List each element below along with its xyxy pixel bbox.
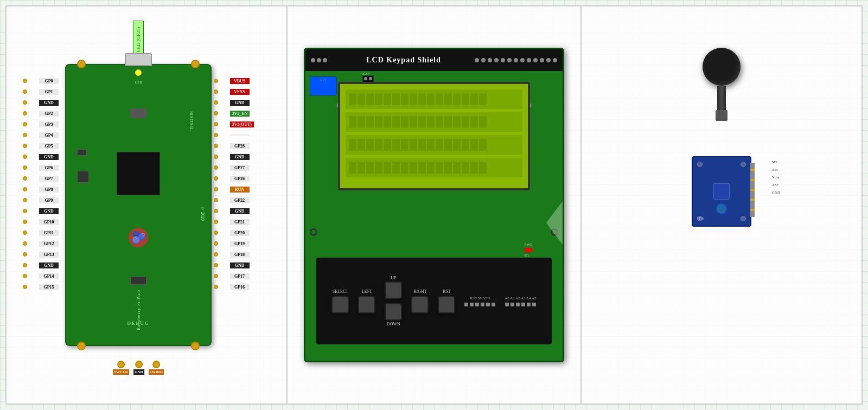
- joystick-neck: [717, 86, 726, 110]
- pin-gp12: GP12 16: [23, 239, 59, 248]
- usb-connector: [125, 53, 152, 66]
- pin-connector-right: [750, 163, 755, 217]
- pin-gp14: GP14 19: [23, 271, 59, 281]
- pin-gp11: GP11 15: [23, 228, 59, 238]
- lcd-screen: [338, 82, 530, 190]
- component-med: [77, 171, 89, 183]
- led-dot: [135, 69, 142, 76]
- pin-gnd13: GND 13: [23, 206, 59, 216]
- pin-gp6: GP6 9: [23, 163, 59, 172]
- pin-gp28: 34 GP28: [214, 141, 254, 151]
- triangle-deco: [546, 201, 563, 245]
- down-button[interactable]: [385, 303, 402, 321]
- pin-gp1: GP1 2: [23, 87, 59, 97]
- pcb-hole-br: [741, 216, 746, 221]
- debug-pads: SWCLK GND SWDIO: [113, 361, 164, 375]
- panel-pico: LED (GP25) USB BOOTSEL: [7, 7, 288, 403]
- rst-button-group: RST: [438, 289, 455, 313]
- select-button-group: SELECT: [331, 289, 349, 313]
- pin-gnd38: 38 GND: [214, 98, 254, 107]
- keypad-area: SELECT LEFT UP DOWN: [316, 258, 552, 344]
- right-button[interactable]: [411, 296, 429, 313]
- pin-gp5: GP5 7: [23, 141, 59, 151]
- left-pin-row: GP0 1 GP1 2 GND 3 GP2: [23, 76, 59, 292]
- component-small: [77, 149, 87, 156]
- pin-gp18: 24 GP18: [214, 249, 254, 259]
- swclk-pad: SWCLK: [113, 361, 129, 375]
- main-container: LED (GP25) USB BOOTSEL: [5, 5, 863, 405]
- gnd-pad: GND: [133, 361, 144, 375]
- pin-gnd18: GND 18: [23, 260, 59, 270]
- pcb-hole-tl: [697, 162, 703, 167]
- up-button[interactable]: [385, 281, 402, 299]
- rpi-logo: 🫐: [125, 217, 152, 249]
- usb-label: USB: [135, 80, 142, 85]
- joystick-base: [703, 48, 741, 121]
- updown-group: UP DOWN: [385, 276, 402, 326]
- pin-35: 35: [214, 130, 254, 140]
- pin-run: 30 RUN: [214, 184, 254, 194]
- joystick-module: HW MS Atn Xout: [667, 113, 776, 297]
- pin-gnd23: 23 GND: [214, 260, 254, 270]
- bottom-circle-right: [191, 342, 200, 350]
- pin-gp15: GP15 20: [23, 282, 59, 292]
- poten-knob: [716, 203, 727, 215]
- rp1-module: RP1: [310, 76, 337, 95]
- pwr-section: PWR R1: [525, 242, 533, 258]
- select-button[interactable]: [331, 296, 349, 313]
- panel-joystick: HW MS Atn Xout: [582, 7, 861, 403]
- pin-gp4: GP4 6: [23, 130, 59, 140]
- right-button-group: RIGHT: [411, 289, 429, 313]
- lcd-top-bar: LCD Keypad Shield: [305, 49, 563, 71]
- joystick-wrapper: HW MS Atn Xout: [640, 97, 803, 313]
- lcd-row-2: [346, 112, 522, 132]
- hw-label: HW: [697, 216, 704, 221]
- pin-gp2: GP2 4: [23, 108, 59, 118]
- pin-gp10: GP10 14: [23, 217, 59, 227]
- led-hole-3: [323, 58, 327, 62]
- stick-mount: [713, 183, 730, 200]
- pin-gp8: GP8 11: [23, 184, 59, 194]
- bootsel-button[interactable]: [130, 108, 146, 118]
- mount-hole-left: [310, 228, 317, 236]
- pico-wrapper: LED (GP25) USB BOOTSEL: [33, 21, 260, 389]
- main-chip: [117, 152, 160, 195]
- top-circle-left: [77, 60, 86, 68]
- analog-pins-group: A0 A1 A2 A3 A4 A5: [505, 296, 536, 306]
- year-text: © 2020: [200, 206, 205, 221]
- panel-lcd: LCD Keypad Shield: [288, 7, 582, 403]
- pin-gp19: 25 GP19: [214, 239, 254, 248]
- rst-pins-group: RST 5V VIN: [464, 296, 495, 306]
- joystick-pcb: HW MS Atn Xout: [692, 156, 751, 227]
- pin-vbus: 40 VBUS: [214, 76, 254, 86]
- swdio-pad: SWDIO: [149, 361, 164, 375]
- bottom-circle-left: [77, 342, 86, 350]
- pin-gp9: GP9 12: [23, 195, 59, 205]
- lcd-row-1: [346, 89, 522, 109]
- component-bot: [130, 277, 146, 285]
- pin-gp13: GP13 17: [23, 249, 59, 259]
- pin-3v3out: 36 3V3(OUT): [214, 119, 254, 129]
- rp1-label: RP1: [310, 77, 336, 82]
- pin-gp27: 32 GP27: [214, 163, 254, 172]
- left-button-group: LEFT: [358, 289, 375, 313]
- joystick-pin-labels: MS Atn Xout AS+ GND: [772, 160, 780, 195]
- pin-3v3en: 37 3V3_EN: [214, 108, 254, 118]
- lcd-row-4: [346, 158, 522, 177]
- joystick-shaft: [716, 110, 727, 121]
- pin-vsys: 39 VSYS: [214, 87, 254, 97]
- pin-gp3: GP3 5: [23, 119, 59, 129]
- rst-button[interactable]: [438, 296, 455, 313]
- icsp-label: ICSP: [362, 72, 369, 75]
- left-button[interactable]: [358, 296, 375, 313]
- lcd-top-pins: [475, 58, 557, 62]
- debug-label: DEBUG: [127, 321, 150, 326]
- pin-gnd8: GND 8: [23, 152, 59, 162]
- joystick-cap[interactable]: [703, 48, 741, 86]
- pin-gp22: 29 GP22: [214, 195, 254, 205]
- pcb-hole-tr: [741, 162, 746, 167]
- right-pin-row: 40 VBUS 39 VSYS 38 GND: [214, 76, 254, 292]
- pin-gp7: GP7 10: [23, 174, 59, 183]
- svg-text:🫐: 🫐: [131, 230, 146, 245]
- pico-board: USB BOOTSEL: [65, 64, 212, 346]
